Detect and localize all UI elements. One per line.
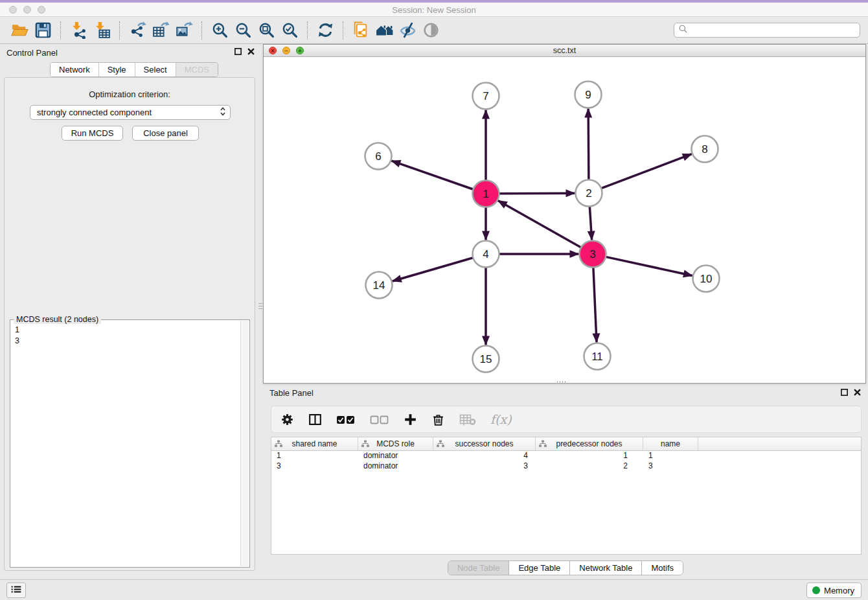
zoom-selected-icon[interactable]	[278, 20, 301, 41]
zoom-in-icon[interactable]	[208, 20, 231, 41]
column-type-icon	[275, 440, 282, 448]
memory-button[interactable]: Memory	[806, 583, 862, 598]
edge-1-6[interactable]	[391, 161, 473, 189]
edge-3-10[interactable]	[606, 257, 692, 275]
search-field[interactable]	[674, 23, 860, 38]
close-panel-icon[interactable]	[247, 47, 255, 56]
hide-panels-icon[interactable]	[396, 20, 419, 41]
edge-3-1[interactable]	[498, 201, 581, 248]
close-panel-icon[interactable]	[853, 388, 862, 397]
table-row[interactable]: 3dominator323	[271, 461, 861, 472]
edge-2-3[interactable]	[589, 206, 591, 240]
search-input[interactable]	[688, 25, 860, 35]
tab-select[interactable]: Select	[135, 63, 176, 76]
table-cell[interactable]: 1	[536, 451, 643, 461]
mcds-result-node: 1	[15, 325, 240, 336]
column-header-name[interactable]: name	[643, 437, 698, 450]
column-header-predecessor-nodes[interactable]: predecessor nodes	[536, 437, 643, 450]
zoom-out-icon[interactable]	[231, 20, 255, 41]
control-panel-title: Control Panel	[6, 48, 58, 58]
edge-3-11[interactable]	[593, 267, 597, 342]
save-session-icon[interactable]	[31, 20, 54, 41]
clone-network-icon[interactable]	[349, 20, 372, 41]
delete-table-icon[interactable]	[459, 411, 476, 428]
tab-style[interactable]: Style	[98, 63, 135, 76]
export-table-icon[interactable]	[149, 20, 172, 41]
table-header-row: shared nameMCDS rolesuccessor nodesprede…	[271, 437, 861, 451]
network-window-title: scc.txt	[264, 46, 865, 55]
table-cell[interactable]: 2	[536, 461, 643, 472]
tab-motifs[interactable]: Motifs	[641, 561, 683, 575]
result-scrollbar[interactable]	[240, 321, 249, 566]
node-label-11: 11	[591, 351, 603, 363]
node-label-9: 9	[585, 89, 591, 101]
table-settings-icon[interactable]	[280, 411, 294, 428]
import-network-icon[interactable]	[67, 20, 90, 41]
main-titlebar[interactable]: Session: New Session	[0, 3, 868, 17]
table-cell[interactable]: dominator	[358, 461, 433, 472]
delete-column-icon[interactable]	[431, 411, 445, 428]
tab-network[interactable]: Network	[51, 63, 98, 76]
column-header-MCDS-role[interactable]: MCDS role	[358, 437, 433, 450]
float-panel-icon[interactable]	[840, 388, 849, 397]
deselect-all-icon[interactable]	[370, 411, 389, 428]
task-history-button[interactable]	[6, 583, 26, 598]
edge-4-14[interactable]	[393, 258, 474, 281]
column-header-label: predecessor nodes	[556, 439, 622, 448]
function-builder-button[interactable]: f(x)	[490, 411, 512, 428]
table-panel-title: Table Panel	[269, 388, 314, 398]
tab-edge-table[interactable]: Edge Table	[508, 561, 569, 575]
edge-2-9[interactable]	[588, 108, 589, 179]
toolbar-icon-groups	[8, 20, 442, 41]
main-toolbar	[0, 17, 868, 44]
table-panel-header: Table Panel	[263, 384, 868, 402]
select-all-icon[interactable]	[336, 411, 356, 428]
optimization-criterion-select[interactable]: strongly connected component	[30, 105, 231, 120]
column-header-successor-nodes[interactable]: successor nodes	[433, 437, 536, 450]
import-table-icon[interactable]	[90, 20, 113, 41]
tab-mcds[interactable]: MCDS	[176, 63, 218, 76]
control-panel-tabs: NetworkStyleSelectMCDS	[50, 62, 218, 77]
edge-1-2[interactable]	[499, 193, 575, 194]
tab-node-table[interactable]: Node Table	[448, 561, 509, 575]
table-row[interactable]: 1dominator411	[271, 451, 861, 461]
tab-network-table[interactable]: Network Table	[569, 561, 641, 575]
network-canvas[interactable]: 7968124314101511	[264, 58, 865, 384]
edge-2-8[interactable]	[601, 154, 692, 189]
session-home-icon[interactable]	[372, 20, 396, 41]
export-image-icon[interactable]	[172, 20, 196, 41]
close-panel-button[interactable]: Close panel	[132, 126, 199, 141]
column-header-shared-name[interactable]: shared name	[271, 437, 358, 450]
control-panel-header: Control Panel	[0, 44, 259, 61]
column-header-filler	[698, 437, 861, 450]
export-network-icon[interactable]	[126, 20, 149, 41]
zoom-fit-icon[interactable]	[255, 20, 278, 41]
network-window-titlebar[interactable]: × − + scc.txt	[264, 45, 865, 57]
criterion-value: strongly connected component	[37, 108, 220, 117]
node-label-15: 15	[480, 353, 492, 365]
float-panel-icon[interactable]	[234, 47, 242, 56]
network-view-window[interactable]: × − + scc.txt 7968124314101511	[263, 44, 866, 384]
mcds-result-group: MCDS result (2 nodes) 13	[10, 319, 250, 568]
toggle-panel-icon[interactable]	[308, 411, 322, 428]
run-mcds-button[interactable]: Run MCDS	[62, 126, 123, 141]
application-window: Session: New Session Control Panel Netwo…	[0, 0, 868, 600]
node-table[interactable]: shared nameMCDS rolesuccessor nodesprede…	[271, 437, 862, 555]
open-session-icon[interactable]	[8, 20, 31, 41]
apply-layout-icon[interactable]	[314, 20, 337, 41]
memory-label: Memory	[824, 586, 854, 595]
toolbar-separator	[60, 21, 61, 40]
table-cell[interactable]: 1	[643, 451, 698, 461]
table-cell[interactable]: 3	[643, 461, 698, 472]
table-cell[interactable]: 3	[271, 461, 358, 472]
mcds-result-list[interactable]: 13	[11, 322, 240, 566]
table-cell[interactable]: dominator	[358, 451, 433, 461]
table-cell[interactable]: 1	[271, 451, 358, 461]
add-column-icon[interactable]	[404, 411, 417, 428]
table-cell[interactable]: 3	[433, 461, 536, 472]
toolbar-separator	[343, 21, 343, 40]
function-builder-label: f(x)	[490, 412, 512, 426]
vertical-splitter-handle[interactable]	[258, 299, 262, 312]
show-panels-icon[interactable]	[419, 20, 442, 41]
table-cell[interactable]: 4	[433, 451, 536, 461]
